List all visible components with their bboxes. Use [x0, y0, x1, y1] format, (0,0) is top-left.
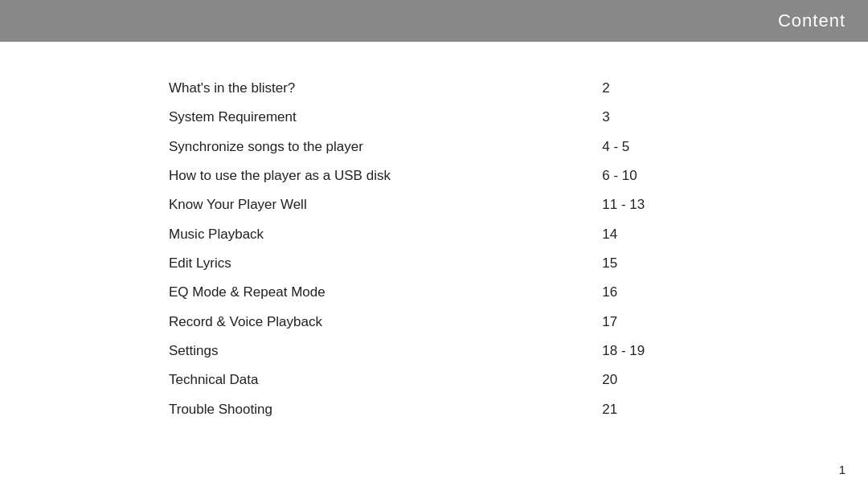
- toc-item-label: System Requirement: [169, 103, 602, 132]
- toc-item-pages: 20: [602, 366, 715, 394]
- table-row: Music Playback14: [169, 220, 715, 249]
- toc-table: What's in the blister?2System Requiremen…: [169, 74, 715, 424]
- table-row: Synchronize songs to the player4 - 5: [169, 133, 715, 161]
- toc-item-label: How to use the player as a USB disk: [169, 161, 602, 190]
- toc-item-label: Trouble Shooting: [169, 395, 602, 424]
- table-row: What's in the blister?2: [169, 74, 715, 103]
- toc-item-label: Synchronize songs to the player: [169, 133, 602, 161]
- table-row: Edit Lyrics15: [169, 249, 715, 278]
- toc-item-pages: 4 - 5: [602, 133, 715, 161]
- toc-item-pages: 16: [602, 278, 715, 307]
- toc-item-label: What's in the blister?: [169, 74, 602, 103]
- toc-item-label: Music Playback: [169, 220, 602, 249]
- header-title: Content: [778, 10, 845, 31]
- toc-item-pages: 18 - 19: [602, 337, 715, 366]
- header-bar: Content: [0, 0, 868, 42]
- table-row: System Requirement3: [169, 103, 715, 132]
- page-number: 1: [839, 463, 845, 476]
- table-row: Trouble Shooting21: [169, 395, 715, 424]
- table-row: Settings18 - 19: [169, 337, 715, 366]
- toc-item-pages: 2: [602, 74, 715, 103]
- toc-item-pages: 11 - 13: [602, 190, 715, 219]
- toc-item-pages: 3: [602, 103, 715, 132]
- toc-item-label: Edit Lyrics: [169, 249, 602, 278]
- content-area: What's in the blister?2System Requiremen…: [0, 42, 868, 486]
- toc-item-pages: 21: [602, 395, 715, 424]
- toc-item-label: Settings: [169, 337, 602, 366]
- toc-item-label: Technical Data: [169, 366, 602, 394]
- table-row: EQ Mode & Repeat Mode16: [169, 278, 715, 307]
- toc-item-label: EQ Mode & Repeat Mode: [169, 278, 602, 307]
- table-row: Record & Voice Playback17: [169, 308, 715, 337]
- toc-item-pages: 15: [602, 249, 715, 278]
- toc-item-pages: 14: [602, 220, 715, 249]
- table-row: Know Your Player Well11 - 13: [169, 190, 715, 219]
- toc-item-pages: 6 - 10: [602, 161, 715, 190]
- table-row: Technical Data20: [169, 366, 715, 394]
- toc-item-label: Record & Voice Playback: [169, 308, 602, 337]
- table-row: How to use the player as a USB disk6 - 1…: [169, 161, 715, 190]
- toc-item-pages: 17: [602, 308, 715, 337]
- toc-item-label: Know Your Player Well: [169, 190, 602, 219]
